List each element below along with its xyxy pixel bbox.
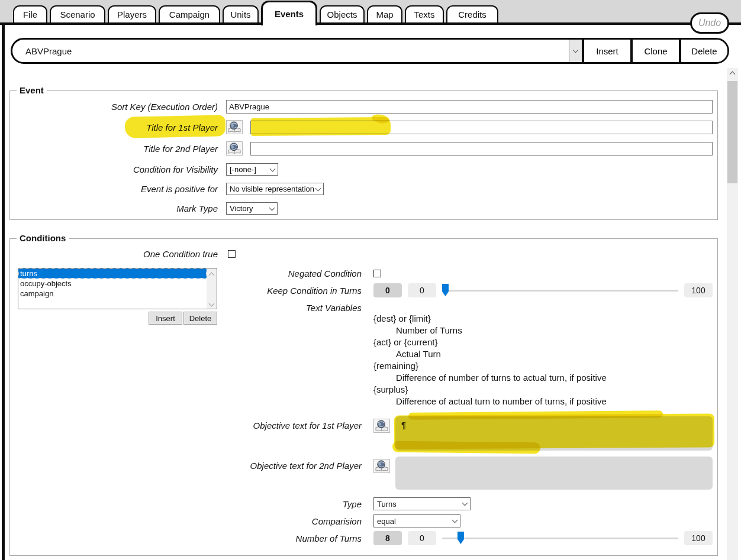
type-row: Type Turns — [10, 497, 713, 510]
tab-events[interactable]: Events — [261, 1, 317, 25]
objective-1st-label: Objective text for 1st Player — [10, 416, 362, 430]
tab-file[interactable]: File — [13, 5, 47, 22]
variable-desc: Difference of number of turns to actual … — [396, 372, 607, 384]
scrollbar-thumb[interactable] — [727, 81, 737, 183]
event-selector-row: ABVPrague Insert Clone Delete — [11, 38, 729, 64]
slider-track — [442, 290, 678, 292]
objective-2nd-label: Objective text for 2nd Player — [10, 457, 362, 471]
type-select-value: Turns — [377, 500, 397, 509]
localization-icon[interactable] — [373, 459, 390, 473]
positive-for-label: Event is positive for — [10, 184, 218, 194]
main-scrollbar[interactable] — [727, 68, 738, 560]
title-2nd-input[interactable] — [250, 142, 713, 156]
insert-event-button[interactable]: Insert — [584, 40, 630, 62]
variable-token: {act} or {current} — [373, 336, 607, 348]
tab-players[interactable]: Players — [108, 5, 156, 22]
keep-condition-row: Keep Condition in Turns 0 0 100 — [10, 283, 713, 297]
title-1st-label: Title for 1st Player — [10, 122, 218, 132]
title-1st-row: Title for 1st Player — [10, 120, 713, 134]
chevron-down-icon — [270, 166, 276, 171]
event-selector-dropdown-button[interactable] — [569, 40, 582, 62]
localization-icon[interactable] — [226, 120, 243, 134]
pilcrow-char: ¶ — [401, 420, 406, 430]
delete-event-button[interactable]: Delete — [681, 40, 727, 62]
objective-2nd-textarea[interactable] — [395, 457, 713, 490]
mark-type-select-value: Victory — [230, 204, 253, 213]
variable-desc: Difference of actual turn to number of t… — [396, 396, 607, 407]
globe-book-icon — [375, 420, 389, 432]
tab-bar: File Scenario Players Campaign Units Eve… — [0, 0, 741, 22]
tab-units[interactable]: Units — [223, 5, 259, 22]
globe-book-icon — [227, 121, 241, 133]
type-select[interactable]: Turns — [373, 497, 471, 510]
chevron-down-icon — [462, 500, 468, 506]
number-of-turns-alt-value: 0 — [408, 531, 436, 545]
objective-1st-row: Objective text for 1st Player ¶ — [10, 416, 713, 451]
insert-condition-button[interactable]: Insert — [149, 312, 182, 325]
visibility-label: Condition for Visibility — [10, 164, 218, 174]
scenario-editor-window: File Scenario Players Campaign Units Eve… — [0, 0, 741, 560]
event-group-legend: Event — [17, 85, 47, 95]
tab-texts[interactable]: Texts — [405, 5, 444, 22]
keep-condition-slider[interactable] — [442, 283, 678, 297]
localization-icon[interactable] — [226, 141, 243, 156]
keep-condition-alt-value: 0 — [408, 283, 436, 297]
objective-1st-textarea[interactable]: ¶ — [395, 416, 713, 451]
comparision-row: Comparision equal — [10, 514, 713, 527]
delete-condition-button[interactable]: Delete — [183, 312, 217, 325]
event-selector[interactable]: ABVPrague — [12, 40, 569, 62]
scroll-up-button[interactable] — [727, 68, 738, 79]
comparision-select-value: equal — [377, 517, 396, 526]
mark-type-label: Mark Type — [10, 203, 218, 213]
one-condition-checkbox[interactable] — [228, 250, 236, 258]
slider-track — [442, 538, 678, 539]
content-top-border — [0, 22, 741, 25]
visibility-row: Condition for Visibility [-none-] — [10, 163, 713, 176]
conditions-group-legend: Conditions — [17, 233, 69, 243]
positive-for-select[interactable]: No visible representation — [226, 183, 324, 195]
mark-type-select[interactable]: Victory — [226, 202, 278, 215]
sort-key-input[interactable] — [226, 100, 713, 114]
sort-key-label: Sort Key (Execution Order) — [10, 102, 218, 112]
sort-key-row: Sort Key (Execution Order) — [10, 100, 713, 114]
globe-book-icon — [227, 143, 241, 154]
number-of-turns-slider[interactable] — [442, 531, 678, 545]
title-2nd-label: Title for 2nd Player — [10, 144, 218, 154]
tab-map[interactable]: Map — [367, 5, 402, 22]
keep-condition-max: 100 — [684, 283, 713, 297]
tab-campaign[interactable]: Campaign — [159, 5, 220, 22]
positive-for-row: Event is positive for No visible represe… — [10, 183, 713, 195]
slider-thumb[interactable] — [442, 284, 449, 296]
event-group: Event Sort Key (Execution Order) Title f… — [9, 90, 718, 220]
globe-book-icon — [375, 460, 389, 472]
objective-2nd-row: Objective text for 2nd Player — [10, 457, 713, 490]
content-left-border — [2, 22, 5, 560]
undo-button[interactable]: Undo — [690, 12, 729, 34]
localization-icon[interactable] — [373, 419, 390, 433]
comparision-label: Comparision — [10, 516, 362, 526]
mark-type-row: Mark Type Victory — [10, 202, 713, 215]
clone-event-button[interactable]: Clone — [633, 40, 679, 62]
comparision-select[interactable]: equal — [373, 514, 460, 527]
chevron-down-icon — [269, 205, 275, 211]
negated-condition-label: Negated Condition — [10, 268, 362, 279]
title-1st-input[interactable] — [250, 121, 713, 134]
variable-desc: Actual Turn — [396, 348, 607, 360]
title-2nd-row: Title for 2nd Player — [10, 141, 713, 156]
chevron-down-icon — [452, 517, 458, 523]
variable-token: {dest} or {limit} — [373, 313, 607, 325]
number-of-turns-row: Number of Turns 8 0 100 — [10, 531, 713, 545]
slider-thumb[interactable] — [458, 532, 464, 544]
text-variables-row: Text Variables — [10, 303, 713, 313]
visibility-select-value: [-none-] — [230, 165, 256, 174]
tab-objects[interactable]: Objects — [320, 5, 365, 22]
condition-buttons-row: Insert Delete — [18, 312, 217, 325]
tab-scenario[interactable]: Scenario — [50, 5, 105, 22]
conditions-group: Conditions One Condition true turns occu… — [9, 238, 718, 556]
variable-token: {surplus} — [373, 384, 607, 396]
negated-condition-checkbox[interactable] — [373, 270, 381, 277]
type-label: Type — [10, 499, 362, 509]
text-variables-list: {dest} or {limit} Number of Turns {act} … — [373, 313, 607, 407]
tab-credits[interactable]: Credits — [446, 5, 498, 22]
visibility-select[interactable]: [-none-] — [226, 163, 278, 176]
